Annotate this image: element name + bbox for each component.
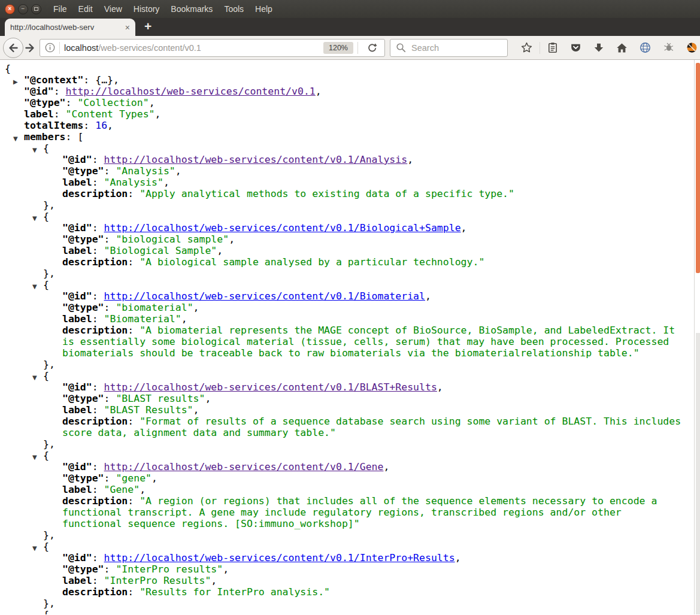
reload-button[interactable] [362, 43, 382, 53]
json-punct: { [43, 450, 49, 461]
json-line: label: "BLAST Results", [0, 404, 683, 416]
json-line: }, [0, 359, 683, 370]
json-key: "@id" [24, 86, 54, 97]
json-punct: { [43, 279, 49, 290]
json-punct: : [92, 552, 104, 564]
json-line: ▼{ [0, 143, 683, 154]
collapse-toggle-icon[interactable]: ▼ [32, 611, 37, 614]
json-punct: : [104, 564, 116, 575]
json-punct: }, [43, 199, 55, 211]
home-button[interactable] [610, 43, 634, 53]
scrollbar-thumb[interactable] [696, 63, 700, 273]
pocket-button[interactable] [564, 43, 587, 53]
json-key: "@id" [62, 290, 92, 302]
json-punct: , [223, 564, 229, 575]
json-punct: : [104, 302, 116, 313]
json-link[interactable]: http://localhost/web-services/content/v0… [104, 290, 425, 302]
title-bar: × − FileEditViewHistoryBookmarksToolsHel… [0, 0, 700, 18]
json-punct: , [151, 472, 157, 484]
browser-tab[interactable]: http://localhost/web-serv × [5, 19, 135, 36]
json-string: "Gene" [104, 484, 140, 495]
url-bar[interactable]: localhost/web-services/content/v0.1 120% [40, 39, 385, 57]
json-link[interactable]: http://localhost/web-services/content/v0… [104, 222, 461, 234]
window-maximize-button[interactable] [31, 4, 41, 14]
search-bar[interactable] [390, 39, 508, 57]
json-punct: : [ [66, 131, 84, 143]
json-string: "biomaterial" [116, 302, 193, 313]
json-line: description: "Results for InterPro analy… [0, 586, 683, 598]
json-link[interactable]: http://localhost/web-services/content/v0… [104, 461, 384, 472]
json-punct: : [92, 313, 104, 325]
json-key: label [62, 575, 92, 586]
menu-file[interactable]: File [53, 4, 67, 14]
close-icon: × [8, 6, 12, 12]
json-string: "InterPro results" [116, 564, 223, 575]
site-info-icon[interactable] [45, 43, 55, 53]
json-key: label [62, 313, 92, 325]
menu-view[interactable]: View [104, 4, 122, 14]
json-punct: : [92, 222, 104, 234]
ball-extension-button[interactable] [680, 42, 700, 53]
json-link[interactable]: http://localhost/web-services/content/v0… [104, 154, 408, 165]
menu-help[interactable]: Help [255, 4, 272, 14]
url-text[interactable]: localhost/web-services/content/v0.1 [64, 43, 323, 53]
json-viewer: {▶"@context": {…},"@id": http://localhos… [0, 60, 683, 614]
json-punct: : [128, 586, 140, 598]
json-line: "@id": http://localhost/web-services/con… [0, 381, 683, 393]
json-key: "@type" [62, 393, 104, 404]
json-punct: , [181, 313, 187, 325]
forward-arrow-icon [24, 42, 36, 54]
menu-bookmarks[interactable]: Bookmarks [171, 4, 213, 14]
json-key: "@id" [62, 552, 92, 564]
navigation-toolbar: localhost/web-services/content/v0.1 120% [0, 36, 700, 60]
json-punct: { [43, 541, 49, 552]
window-close-button[interactable]: × [5, 4, 15, 14]
json-link[interactable]: http://localhost/web-services/content/v0… [104, 381, 437, 393]
scrollbar-track[interactable] [696, 333, 700, 614]
json-line: ▼{ [0, 541, 683, 552]
new-tab-button[interactable]: + [144, 19, 151, 34]
json-string: "gene" [116, 472, 151, 484]
vertical-scrollbar[interactable] [694, 60, 700, 614]
search-input[interactable] [410, 43, 488, 53]
json-punct: : [104, 165, 116, 177]
json-line: description: "Format of results of a seq… [0, 416, 683, 438]
json-punct: { [43, 211, 49, 222]
json-line: label: "Analysis", [0, 177, 683, 188]
json-punct: , [140, 484, 146, 495]
bug-extension-button[interactable] [657, 42, 680, 53]
json-punct: , [211, 575, 217, 586]
json-link[interactable]: http://localhost/web-services/content/v0… [66, 86, 316, 97]
json-link[interactable]: http://localhost/web-services/content/v0… [104, 552, 455, 564]
json-punct: : [128, 256, 140, 268]
reading-list-button[interactable] [541, 42, 564, 53]
json-key: label [62, 245, 92, 256]
json-line: "@type": "BLAST results", [0, 393, 683, 404]
forward-button[interactable] [24, 42, 36, 54]
downloads-button[interactable] [587, 43, 610, 53]
json-key: "@type" [62, 234, 104, 245]
tab-close-icon[interactable]: × [125, 23, 130, 32]
json-key: members [24, 131, 66, 143]
search-icon [396, 43, 406, 53]
menu-edit[interactable]: Edit [78, 4, 93, 14]
globe-extension-button[interactable] [634, 42, 657, 53]
json-number: 16 [95, 120, 107, 131]
json-key: "@context" [24, 74, 83, 86]
clipboard-icon [547, 42, 558, 53]
window-minimize-button[interactable]: − [18, 4, 28, 14]
extension-ball-icon [686, 42, 698, 53]
menu-history[interactable]: History [134, 4, 160, 14]
menu-tools[interactable]: Tools [224, 4, 244, 14]
json-punct: : [92, 461, 104, 472]
back-button[interactable] [3, 38, 23, 58]
json-key: description [62, 416, 128, 427]
zoom-level-badge[interactable]: 120% [323, 42, 353, 54]
json-punct: : [92, 575, 104, 586]
json-string: "Results for InterPro analysis." [140, 586, 330, 598]
json-string: "A region (or regions) that includes all… [62, 495, 663, 529]
json-line: "@type": "gene", [0, 472, 683, 484]
json-line: "@type": "biomaterial", [0, 302, 683, 313]
bookmark-star-button[interactable] [515, 42, 538, 53]
json-punct: : [104, 472, 116, 484]
